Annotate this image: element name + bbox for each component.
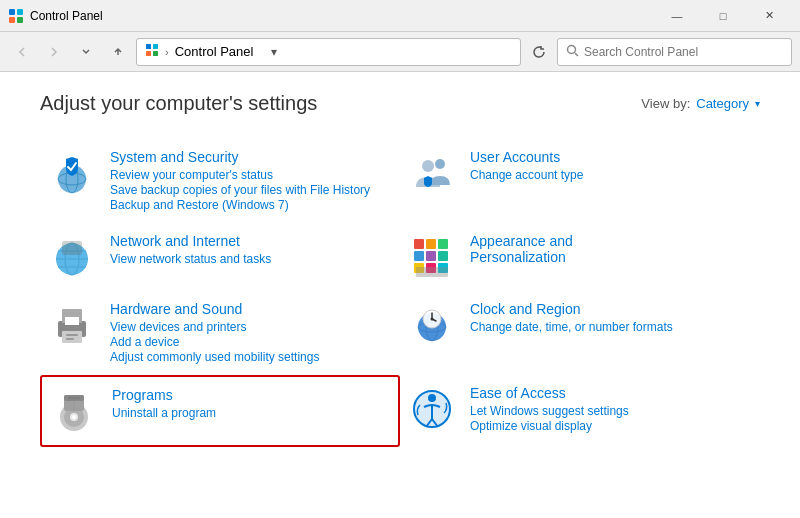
address-dropdown-button[interactable]: ▾: [263, 38, 285, 66]
category-programs[interactable]: Programs Uninstall a program: [40, 375, 400, 447]
svg-rect-4: [146, 44, 151, 49]
ease-of-access-icon: [408, 385, 456, 433]
hardware-sound-link-3[interactable]: Adjust commonly used mobility settings: [110, 350, 392, 364]
forward-button[interactable]: [40, 38, 68, 66]
view-by-control[interactable]: View by: Category ▾: [641, 96, 760, 111]
clock-region-name[interactable]: Clock and Region: [470, 301, 752, 317]
hardware-sound-icon: [48, 301, 96, 349]
svg-rect-30: [416, 267, 448, 277]
hardware-sound-name[interactable]: Hardware and Sound: [110, 301, 392, 317]
category-appearance[interactable]: Appearance andPersonalization: [400, 223, 760, 291]
category-user-accounts[interactable]: User Accounts Change account type: [400, 139, 760, 223]
network-internet-icon: [48, 233, 96, 281]
user-accounts-link-1[interactable]: Change account type: [470, 168, 752, 182]
address-actions: ▾: [263, 38, 285, 66]
svg-rect-26: [438, 251, 448, 261]
appearance-name[interactable]: Appearance andPersonalization: [470, 233, 752, 265]
system-security-name[interactable]: System and Security: [110, 149, 392, 165]
category-ease-of-access[interactable]: Ease of Access Let Windows suggest setti…: [400, 375, 760, 447]
svg-rect-34: [66, 334, 78, 336]
address-field[interactable]: › Control Panel ▾: [136, 38, 521, 66]
svg-rect-35: [66, 338, 74, 340]
address-breadcrumb: Control Panel: [175, 44, 254, 59]
category-network-internet[interactable]: Network and Internet View network status…: [40, 223, 400, 291]
appearance-text: Appearance andPersonalization: [470, 233, 752, 268]
svg-rect-21: [414, 239, 424, 249]
programs-link-1[interactable]: Uninstall a program: [112, 406, 390, 420]
minimize-button[interactable]: —: [654, 0, 700, 32]
refresh-button[interactable]: [525, 38, 553, 66]
app-icon: [8, 8, 24, 24]
close-button[interactable]: ✕: [746, 0, 792, 32]
title-bar-text: Control Panel: [30, 9, 654, 23]
svg-rect-6: [146, 51, 151, 56]
network-internet-link-1[interactable]: View network status and tasks: [110, 252, 392, 266]
search-input[interactable]: [584, 45, 783, 59]
user-accounts-text: User Accounts Change account type: [470, 149, 752, 183]
system-security-link-3[interactable]: Backup and Restore (Windows 7): [110, 198, 392, 212]
page-header: Adjust your computer's settings View by:…: [40, 92, 760, 115]
svg-point-13: [422, 160, 434, 172]
up-button[interactable]: [104, 38, 132, 66]
svg-rect-33: [62, 331, 82, 343]
main-content: Adjust your computer's settings View by:…: [0, 72, 800, 518]
hardware-sound-link-2[interactable]: Add a device: [110, 335, 392, 349]
svg-rect-22: [426, 239, 436, 249]
network-internet-name[interactable]: Network and Internet: [110, 233, 392, 249]
system-security-link-2[interactable]: Save backup copies of your files with Fi…: [110, 183, 392, 197]
programs-name[interactable]: Programs: [112, 387, 390, 403]
svg-rect-0: [9, 9, 15, 15]
view-by-value[interactable]: Category: [696, 96, 749, 111]
system-security-link-1[interactable]: Review your computer's status: [110, 168, 392, 182]
svg-point-48: [72, 415, 76, 419]
title-bar: Control Panel — □ ✕: [0, 0, 800, 32]
svg-line-9: [575, 53, 578, 56]
hardware-sound-link-1[interactable]: View devices and printers: [110, 320, 392, 334]
recent-locations-button[interactable]: [72, 38, 100, 66]
svg-rect-7: [153, 51, 158, 56]
ease-of-access-link-2[interactable]: Optimize visual display: [470, 419, 752, 433]
category-system-security[interactable]: System and Security Review your computer…: [40, 139, 400, 223]
search-icon: [566, 44, 579, 60]
system-security-icon: [48, 149, 96, 197]
svg-point-14: [435, 159, 445, 169]
network-internet-text: Network and Internet View network status…: [110, 233, 392, 267]
svg-point-55: [428, 394, 436, 402]
svg-rect-24: [414, 251, 424, 261]
programs-text: Programs Uninstall a program: [112, 387, 390, 421]
user-accounts-name[interactable]: User Accounts: [470, 149, 752, 165]
title-bar-controls: — □ ✕: [654, 0, 792, 32]
appearance-icon: [408, 233, 456, 281]
svg-rect-23: [438, 239, 448, 249]
view-by-arrow: ▾: [755, 98, 760, 109]
address-icon: [145, 43, 159, 60]
clock-region-link-1[interactable]: Change date, time, or number formats: [470, 320, 752, 334]
category-clock-region[interactable]: Clock and Region Change date, time, or n…: [400, 291, 760, 375]
category-hardware-sound[interactable]: Hardware and Sound View devices and prin…: [40, 291, 400, 375]
svg-rect-2: [9, 17, 15, 23]
address-bar: › Control Panel ▾: [0, 32, 800, 72]
ease-of-access-text: Ease of Access Let Windows suggest setti…: [470, 385, 752, 434]
system-security-text: System and Security Review your computer…: [110, 149, 392, 213]
ease-of-access-name[interactable]: Ease of Access: [470, 385, 752, 401]
svg-point-8: [568, 45, 576, 53]
ease-of-access-link-1[interactable]: Let Windows suggest settings: [470, 404, 752, 418]
hardware-sound-text: Hardware and Sound View devices and prin…: [110, 301, 392, 365]
svg-rect-3: [17, 17, 23, 23]
back-button[interactable]: [8, 38, 36, 66]
svg-rect-1: [17, 9, 23, 15]
svg-rect-20: [62, 241, 82, 255]
svg-rect-25: [426, 251, 436, 261]
svg-rect-5: [153, 44, 158, 49]
page-title: Adjust your computer's settings: [40, 92, 317, 115]
clock-region-icon: [408, 301, 456, 349]
categories-grid: System and Security Review your computer…: [40, 139, 760, 447]
svg-point-44: [431, 318, 434, 321]
user-accounts-icon: [408, 149, 456, 197]
clock-region-text: Clock and Region Change date, time, or n…: [470, 301, 752, 335]
search-box[interactable]: [557, 38, 792, 66]
programs-icon: [50, 387, 98, 435]
address-separator: ›: [165, 46, 169, 58]
maximize-button[interactable]: □: [700, 0, 746, 32]
svg-rect-36: [65, 317, 79, 325]
